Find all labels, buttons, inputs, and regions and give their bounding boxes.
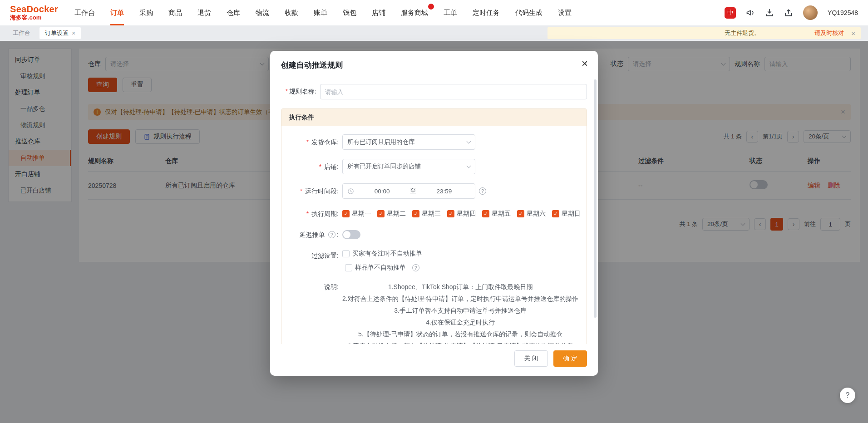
nav-item-workbench[interactable]: 工作台 bbox=[74, 0, 95, 25]
nav-item-service-mall[interactable]: 服务商城 bbox=[401, 0, 428, 25]
time-range-picker[interactable]: 00:00 至 23:59 bbox=[342, 183, 475, 199]
help-icon[interactable]: ? bbox=[479, 187, 486, 195]
delay-push-toggle[interactable] bbox=[342, 230, 360, 239]
nav-item-collection[interactable]: 收款 bbox=[285, 0, 298, 25]
brand-name: SeaDocker bbox=[10, 4, 58, 15]
tab-label: 订单设置 bbox=[45, 29, 69, 37]
export-icon[interactable] bbox=[784, 8, 793, 17]
required-marker: * bbox=[306, 208, 309, 220]
brand-domain: 海多客.com bbox=[10, 15, 58, 21]
buyer-note-checkbox[interactable]: 买家有备注时不自动推单 bbox=[342, 250, 422, 258]
confirm-button[interactable]: 确 定 bbox=[553, 350, 587, 367]
nav-item-products[interactable]: 商品 bbox=[168, 0, 182, 25]
rule-name-input[interactable] bbox=[320, 84, 587, 99]
section-body: *发货仓库: 所有已订阅且启用的仓库 *店铺: 所有已开启订单同步的店铺 bbox=[281, 126, 587, 344]
nav-item-code-gen[interactable]: 代码生成 bbox=[515, 0, 542, 25]
tabbar: 工作台 订单设置 × 无主件退货。 请及时核对 × bbox=[0, 25, 868, 41]
chevron-down-icon bbox=[467, 164, 471, 168]
download-icon[interactable] bbox=[765, 8, 774, 17]
nav-item-scheduled-tasks[interactable]: 定时任务 bbox=[473, 0, 500, 25]
clock-icon bbox=[347, 188, 354, 195]
notice-text: 无主件退货。 bbox=[725, 29, 760, 37]
weekday-checkbox-group: ✓星期一 ✓星期二 ✓星期三 ✓星期四 ✓星期五 ✓星期六 ✓星期日 bbox=[342, 210, 581, 218]
tab-label: 工作台 bbox=[13, 29, 30, 37]
shipping-warehouse-select[interactable]: 所有已订阅且启用的仓库 bbox=[342, 134, 475, 150]
time-end-value[interactable]: 23:59 bbox=[418, 188, 470, 195]
help-icon[interactable]: ? bbox=[412, 264, 419, 271]
tab-close-icon[interactable]: × bbox=[72, 30, 75, 37]
language-badge[interactable]: 中 bbox=[725, 7, 736, 19]
time-separator: 至 bbox=[410, 187, 416, 195]
dialog-close-icon[interactable]: × bbox=[582, 58, 588, 69]
help-fab-button[interactable]: ? bbox=[840, 388, 855, 403]
note-line: 1.Shopee、TikTok Shop订单：上门取件取最晚日期 bbox=[388, 281, 533, 293]
shop-value: 所有已开启订单同步的店铺 bbox=[347, 162, 421, 171]
promo-badge-icon bbox=[428, 4, 434, 10]
notice-close-icon[interactable]: × bbox=[851, 30, 855, 37]
checkbox-checked-icon: ✓ bbox=[412, 210, 419, 217]
checkbox-checked-icon: ✓ bbox=[552, 210, 559, 217]
topbar: SeaDocker 海多客.com 工作台 订单 采购 商品 退货 仓库 物流 … bbox=[0, 0, 868, 25]
tab-workbench[interactable]: 工作台 bbox=[7, 27, 36, 39]
section-title: 执行条件 bbox=[281, 109, 587, 126]
close-button[interactable]: 关 闭 bbox=[514, 350, 548, 367]
weekday-checkbox-tue[interactable]: ✓星期二 bbox=[377, 210, 406, 218]
nav-item-logistics[interactable]: 物流 bbox=[256, 0, 269, 25]
note-line: 4.仅在保证金充足时执行 bbox=[426, 316, 495, 328]
tab-order-settings[interactable]: 订单设置 × bbox=[39, 27, 81, 39]
weekday-checkbox-fri[interactable]: ✓星期五 bbox=[482, 210, 511, 218]
shop-row: *店铺: 所有已开启订单同步的店铺 bbox=[281, 159, 587, 174]
nav-item-shops[interactable]: 店铺 bbox=[372, 0, 385, 25]
nav-item-purchase[interactable]: 采购 bbox=[139, 0, 153, 25]
checkbox-checked-icon: ✓ bbox=[447, 210, 454, 217]
dialog-scrollbar-thumb[interactable] bbox=[594, 79, 597, 318]
checkbox-checked-icon: ✓ bbox=[377, 210, 385, 217]
notes-row: 说明: 1.Shopee、TikTok Shop订单：上门取件取最晚日期 2.对… bbox=[281, 281, 587, 344]
dialog-title: 创建自动推送规则 bbox=[281, 61, 343, 69]
note-line: 5.【待处理-已申请】状态的订单，若没有推送仓库的记录，则会自动推仓 bbox=[358, 328, 562, 340]
create-auto-push-rule-dialog: 创建自动推送规则 × *规则名称: 执行条件 *发货仓库: 所有已订阅且启用的仓… bbox=[270, 51, 598, 376]
sample-order-checkbox[interactable]: 样品单不自动推单? bbox=[345, 264, 419, 272]
nav-item-bills[interactable]: 账单 bbox=[314, 0, 327, 25]
avatar[interactable] bbox=[803, 5, 818, 20]
nav-item-tickets[interactable]: 工单 bbox=[444, 0, 457, 25]
main-nav: 工作台 订单 采购 商品 退货 仓库 物流 收款 账单 钱包 店铺 服务商城 工… bbox=[74, 0, 572, 25]
shop-select[interactable]: 所有已开启订单同步的店铺 bbox=[342, 159, 475, 174]
nav-item-returns[interactable]: 退货 bbox=[197, 0, 211, 25]
weekday-checkbox-wed[interactable]: ✓星期三 bbox=[412, 210, 441, 218]
delay-push-row: 延迟推单?: bbox=[281, 229, 587, 241]
filter-options-group: 买家有备注时不自动推单 样品单不自动推单? bbox=[342, 250, 422, 272]
dialog-header: 创建自动推送规则 × bbox=[270, 51, 598, 76]
help-icon[interactable]: ? bbox=[328, 231, 335, 238]
note-line: 3.手工订单暂不支持自动申请运单号并推送仓库 bbox=[394, 305, 527, 316]
weekday-checkbox-mon[interactable]: ✓星期一 bbox=[342, 210, 371, 218]
notes-list: 1.Shopee、TikTok Shop订单：上门取件取最晚日期 2.对符合上述… bbox=[342, 281, 578, 344]
nav-item-wallet[interactable]: 钱包 bbox=[343, 0, 356, 25]
time-start-value[interactable]: 00:00 bbox=[356, 188, 408, 195]
nav-item-warehouse[interactable]: 仓库 bbox=[227, 0, 240, 25]
checkbox-checked-icon: ✓ bbox=[342, 210, 350, 217]
filter-settings-row: 过滤设置: 买家有备注时不自动推单 样品单不自动推单? bbox=[281, 250, 587, 272]
chevron-down-icon bbox=[467, 139, 471, 144]
execution-cycle-label: *执行周期: bbox=[281, 208, 339, 220]
nav-item-settings[interactable]: 设置 bbox=[558, 0, 572, 25]
notice-bar: 无主件退货。 请及时核对 × bbox=[547, 27, 861, 39]
required-marker: * bbox=[300, 185, 302, 197]
note-line: 6.开启自动推仓后，若在【待处理-待申请】【待处理-已申请】状态修改订单信息 bbox=[348, 340, 573, 344]
required-marker: * bbox=[319, 161, 321, 172]
username[interactable]: YQ192548 bbox=[828, 9, 858, 16]
nav-item-orders[interactable]: 订单 bbox=[110, 0, 124, 25]
rule-name-field-row: *规则名称: bbox=[281, 84, 587, 99]
weekday-checkbox-thu[interactable]: ✓星期四 bbox=[447, 210, 476, 218]
filter-settings-label: 过滤设置: bbox=[281, 250, 339, 261]
brand-logo[interactable]: SeaDocker 海多客.com bbox=[10, 4, 58, 21]
notice-action-link[interactable]: 请及时核对 bbox=[814, 29, 844, 37]
announcement-icon[interactable] bbox=[746, 8, 755, 17]
weekday-checkbox-sat[interactable]: ✓星期六 bbox=[517, 210, 546, 218]
shipping-warehouse-row: *发货仓库: 所有已订阅且启用的仓库 bbox=[281, 134, 587, 150]
required-marker: * bbox=[306, 136, 309, 148]
notes-label: 说明: bbox=[281, 281, 339, 293]
shipping-warehouse-value: 所有已订阅且启用的仓库 bbox=[347, 138, 415, 146]
weekday-checkbox-sun[interactable]: ✓星期日 bbox=[552, 210, 581, 218]
dialog-footer: 关 闭 确 定 bbox=[270, 344, 598, 376]
